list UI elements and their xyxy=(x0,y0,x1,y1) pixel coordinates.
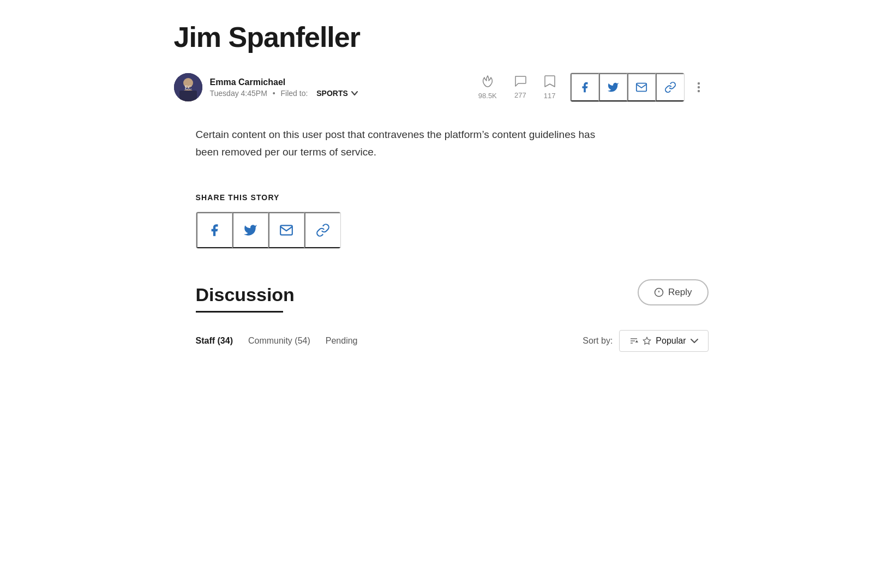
link-icon xyxy=(664,81,676,93)
comment-count: 277 xyxy=(514,91,526,99)
author-info: Emma Carmichael Tuesday 4:45PM • Filed t… xyxy=(210,77,358,98)
svg-text:EC: EC xyxy=(184,85,191,91)
fire-stat[interactable]: 98.5K xyxy=(471,70,505,104)
article-body: Certain content on this user post that c… xyxy=(174,126,621,160)
svg-marker-12 xyxy=(644,337,651,344)
fire-count: 98.5K xyxy=(478,92,497,100)
timestamp: Tuesday 4:45PM xyxy=(210,89,267,98)
author-section: EC Emma Carmichael Tuesday 4:45PM • File… xyxy=(174,73,358,101)
sort-label: Sort by: xyxy=(583,336,613,346)
bookmark-stat[interactable]: 117 xyxy=(536,70,563,104)
twitter-share-header[interactable] xyxy=(599,73,627,101)
reply-label: Reply xyxy=(668,287,692,298)
facebook-share-header[interactable] xyxy=(571,73,599,101)
chevron-down-icon xyxy=(691,338,698,344)
svg-point-6 xyxy=(697,86,699,88)
email-icon xyxy=(279,223,293,237)
share-section-title: SHARE THIS STORY xyxy=(196,193,709,202)
comment-icon xyxy=(514,75,526,89)
twitter-icon xyxy=(243,223,257,237)
reply-button[interactable]: Reply xyxy=(638,279,708,305)
svg-point-5 xyxy=(697,82,699,85)
svg-rect-3 xyxy=(179,91,197,101)
avatar[interactable]: EC xyxy=(174,73,202,101)
author-meta: Tuesday 4:45PM • Filed to: SPORTS xyxy=(210,89,358,98)
fire-icon xyxy=(482,75,494,89)
email-icon xyxy=(635,81,647,93)
tab-pending[interactable]: Pending xyxy=(326,336,358,346)
sort-selected: Popular xyxy=(656,336,686,346)
filed-to-label: Filed to: xyxy=(281,89,308,98)
share-section: SHARE THIS STORY xyxy=(174,193,709,249)
tabs-left: Staff (34) Community (54) Pending xyxy=(196,336,358,346)
discussion-section: Discussion Reply Staff (34) Community (5… xyxy=(174,279,709,358)
discussion-tabs: Staff (34) Community (54) Pending Sort b… xyxy=(196,323,709,358)
svg-point-7 xyxy=(697,90,699,92)
chevron-down-icon xyxy=(351,91,358,95)
sort-dropdown[interactable]: Popular xyxy=(619,330,708,352)
share-icons-header xyxy=(570,73,685,102)
facebook-icon xyxy=(207,223,221,237)
email-share-header[interactable] xyxy=(627,73,656,101)
facebook-share-body[interactable] xyxy=(196,212,232,248)
facebook-icon xyxy=(579,81,591,93)
discussion-header: Discussion Reply xyxy=(196,279,709,305)
sort-section: Sort by: Popular xyxy=(583,330,708,352)
more-options-icon xyxy=(697,81,700,94)
bookmark-count: 117 xyxy=(544,92,556,100)
svg-marker-11 xyxy=(635,340,638,343)
link-icon xyxy=(316,223,330,237)
author-name[interactable]: Emma Carmichael xyxy=(210,77,358,87)
twitter-share-body[interactable] xyxy=(232,212,268,248)
discussion-title: Discussion xyxy=(196,284,295,305)
article-title: Jim Spanfeller xyxy=(174,22,709,53)
filed-to-category[interactable]: SPORTS xyxy=(316,89,348,98)
link-share-header[interactable] xyxy=(656,73,684,101)
sort-icon xyxy=(629,337,638,345)
meta-row: EC Emma Carmichael Tuesday 4:45PM • File… xyxy=(174,70,709,104)
link-share-body[interactable] xyxy=(304,212,340,248)
bookmark-icon xyxy=(544,75,555,89)
social-stats: 98.5K 277 117 xyxy=(471,70,563,104)
comment-stat[interactable]: 277 xyxy=(507,71,534,104)
reply-icon xyxy=(654,287,664,297)
content-removed-text: Certain content on this user post that c… xyxy=(196,126,621,160)
tab-community[interactable]: Community (54) xyxy=(248,336,310,346)
tab-staff[interactable]: Staff (34) xyxy=(196,336,233,346)
more-options-button[interactable] xyxy=(689,77,709,97)
email-share-body[interactable] xyxy=(268,212,304,248)
twitter-icon xyxy=(607,81,619,93)
star-icon xyxy=(643,337,651,345)
discussion-underline xyxy=(196,311,283,313)
share-icons-body xyxy=(196,212,341,249)
